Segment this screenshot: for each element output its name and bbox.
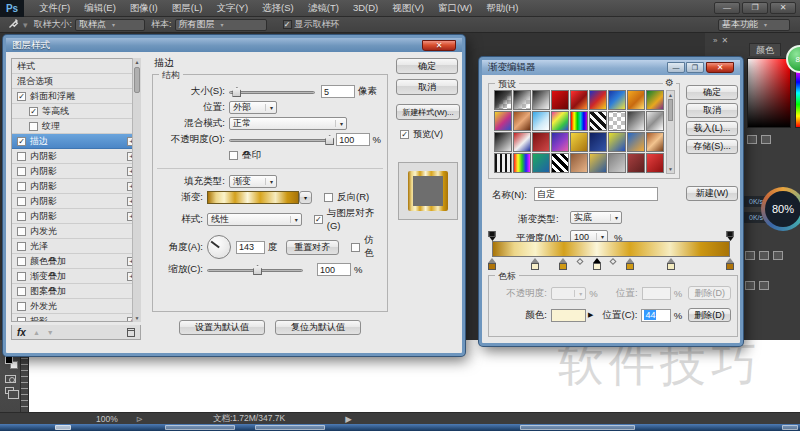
gradient-preset-7[interactable] bbox=[627, 90, 645, 110]
style-item-inner-shadow-1[interactable]: 内阴影+ bbox=[12, 149, 140, 164]
menu-9[interactable]: 窗口(W) bbox=[431, 2, 479, 15]
name-input[interactable]: 自定 bbox=[534, 187, 658, 201]
taskbar-button[interactable] bbox=[520, 425, 635, 430]
gradient-swatch[interactable] bbox=[207, 191, 299, 204]
style-item-color-overlay[interactable]: 颜色叠加+ bbox=[12, 254, 140, 269]
color-picker-field[interactable] bbox=[747, 58, 791, 128]
align-checkbox[interactable]: ✓ bbox=[314, 215, 323, 224]
style-item-blending-options[interactable]: 混合选项 bbox=[12, 74, 140, 89]
size-slider[interactable] bbox=[229, 86, 315, 97]
ok-button[interactable]: 确定 bbox=[396, 58, 458, 74]
scale-slider[interactable] bbox=[207, 264, 303, 275]
load-button[interactable]: 载入(L)... bbox=[686, 121, 738, 136]
list-view-icon[interactable] bbox=[761, 135, 771, 144]
presets-scrollbar[interactable]: ▲ ▼ bbox=[666, 90, 675, 174]
status-expand-icon[interactable]: ▶ bbox=[345, 414, 352, 424]
style-checkbox-stroke[interactable]: ✓ bbox=[17, 137, 26, 146]
menu-4[interactable]: 文字(Y) bbox=[209, 2, 255, 15]
color-stop-100[interactable] bbox=[726, 258, 734, 270]
panel-close-icon[interactable]: ✕ bbox=[721, 36, 728, 45]
gradient-preset-0[interactable] bbox=[494, 90, 512, 110]
style-checkbox-inner-shadow-4[interactable] bbox=[17, 197, 26, 206]
minimize-button[interactable]: — bbox=[714, 2, 740, 14]
gradient-preset-17[interactable] bbox=[646, 111, 664, 131]
menu-3[interactable]: 图层(L) bbox=[165, 2, 210, 15]
presets-menu-gear-icon[interactable]: ⚙ bbox=[663, 77, 676, 88]
style-item-inner-shadow-3[interactable]: 内阴影+ bbox=[12, 179, 140, 194]
stop-color-swatch[interactable] bbox=[551, 309, 586, 322]
show-ring-checkbox[interactable]: ✓ bbox=[283, 20, 292, 29]
midpoint-diamond-37[interactable] bbox=[577, 258, 584, 265]
style-item-outer-glow[interactable]: 外发光 bbox=[12, 299, 140, 314]
gradient-preset-15[interactable] bbox=[608, 111, 626, 131]
style-checkbox-inner-shadow-5[interactable] bbox=[17, 212, 26, 221]
style-item-satin[interactable]: 光泽 bbox=[12, 239, 140, 254]
tab-color[interactable]: 颜色 bbox=[749, 43, 781, 56]
style-item-inner-glow[interactable]: 内发光 bbox=[12, 224, 140, 239]
move-down-icon[interactable]: ▼ bbox=[47, 329, 54, 336]
style-checkbox-inner-shadow-1[interactable] bbox=[17, 152, 26, 161]
style-checkbox-inner-shadow-2[interactable] bbox=[17, 167, 26, 176]
recorder-progress-badge[interactable]: 80% bbox=[761, 187, 800, 231]
gradient-preset-26[interactable] bbox=[646, 132, 664, 152]
menu-5[interactable]: 选择(S) bbox=[255, 2, 301, 15]
gradient-preset-22[interactable] bbox=[570, 132, 588, 152]
style-checkbox-texture[interactable] bbox=[29, 122, 38, 131]
cancel-button[interactable]: 取消 bbox=[686, 103, 738, 118]
style-item-inner-shadow-2[interactable]: 内阴影+ bbox=[12, 164, 140, 179]
opacity-stop-0[interactable] bbox=[489, 231, 496, 241]
menu-6[interactable]: 滤镜(T) bbox=[301, 2, 346, 15]
foreground-background-swatches[interactable] bbox=[5, 356, 16, 371]
color-stop-58[interactable] bbox=[626, 258, 634, 270]
zoom-level[interactable]: 100% bbox=[96, 414, 118, 424]
style-item-contour[interactable]: ✓等高线 bbox=[12, 104, 140, 119]
menu-0[interactable]: 文件(F) bbox=[32, 2, 77, 15]
sample-size-select[interactable]: 取样点▾ bbox=[75, 19, 145, 31]
gradient-preset-34[interactable] bbox=[627, 153, 645, 173]
scale-input[interactable]: 100 bbox=[317, 263, 351, 276]
angle-dial[interactable] bbox=[207, 235, 231, 259]
close-button[interactable]: ✕ bbox=[770, 2, 796, 14]
style-item-stroke[interactable]: ✓描边+ bbox=[12, 134, 140, 149]
delete-color-stop-button[interactable]: 删除(D) bbox=[688, 308, 731, 322]
restore-button[interactable]: ❐ bbox=[742, 2, 768, 14]
set-default-button[interactable]: 设置为默认值 bbox=[179, 320, 265, 335]
opacity-slider[interactable] bbox=[229, 134, 330, 145]
taskbar-button[interactable] bbox=[55, 425, 71, 430]
gradient-preset-10[interactable] bbox=[513, 111, 531, 131]
gradient-preset-33[interactable] bbox=[608, 153, 626, 173]
color-stop-18[interactable] bbox=[531, 258, 539, 270]
style-checkbox-gradient-overlay[interactable] bbox=[17, 272, 26, 281]
screen-mode-icon[interactable] bbox=[5, 387, 16, 394]
mask-panel-icon[interactable] bbox=[745, 281, 755, 290]
gradient-type-select[interactable]: 实底▾ bbox=[570, 211, 622, 224]
style-checkbox-inner-shadow-3[interactable] bbox=[17, 182, 26, 191]
blend-mode-select[interactable]: 正常▾ bbox=[229, 117, 347, 130]
taskbar-button[interactable] bbox=[782, 425, 798, 430]
gradient-preset-12[interactable] bbox=[551, 111, 569, 131]
color-stop-0[interactable] bbox=[488, 258, 496, 270]
menu-1[interactable]: 编辑(E) bbox=[77, 2, 123, 15]
dialog-close-button[interactable]: ✕ bbox=[422, 40, 456, 51]
color-stop-44[interactable] bbox=[593, 258, 601, 270]
gradient-preset-8[interactable] bbox=[646, 90, 664, 110]
style-item-pattern-overlay[interactable]: 图案叠加 bbox=[12, 284, 140, 299]
gradient-preset-31[interactable] bbox=[570, 153, 588, 173]
gradient-preset-35[interactable] bbox=[646, 153, 664, 173]
gradient-preset-23[interactable] bbox=[589, 132, 607, 152]
gradient-preset-20[interactable] bbox=[532, 132, 550, 152]
menu-2[interactable]: 图像(I) bbox=[123, 2, 165, 15]
overprint-checkbox[interactable] bbox=[229, 151, 238, 160]
trash-panel-icon[interactable] bbox=[773, 251, 783, 260]
dialog-close-button[interactable]: ✕ bbox=[706, 62, 734, 73]
opacity-input[interactable]: 100 bbox=[336, 133, 369, 146]
minimize-button[interactable]: — bbox=[667, 62, 685, 73]
position-select[interactable]: 外部▾ bbox=[229, 101, 277, 114]
new-gradient-button[interactable]: 新建(W) bbox=[686, 186, 738, 201]
gradient-preset-32[interactable] bbox=[589, 153, 607, 173]
gradient-preset-28[interactable] bbox=[513, 153, 531, 173]
restore-button[interactable]: ❐ bbox=[686, 62, 704, 73]
page-panel-icon[interactable] bbox=[759, 251, 769, 260]
taskbar-button[interactable] bbox=[165, 425, 235, 430]
midpoint-diamond-51[interactable] bbox=[610, 258, 617, 265]
